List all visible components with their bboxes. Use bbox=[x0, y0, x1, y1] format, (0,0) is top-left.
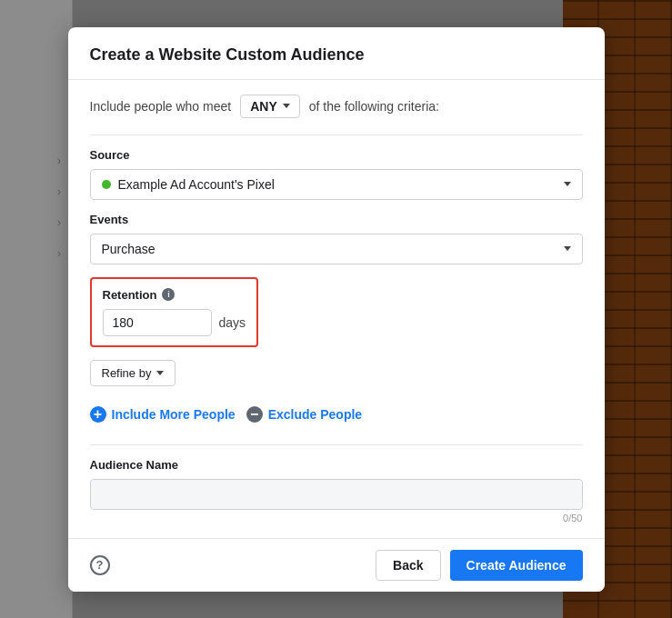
audience-name-input[interactable] bbox=[90, 479, 583, 510]
create-audience-button[interactable]: Create Audience bbox=[450, 550, 583, 581]
help-icon[interactable]: ? bbox=[90, 555, 110, 575]
divider-1 bbox=[90, 135, 583, 135]
retention-info-icon[interactable]: i bbox=[162, 288, 175, 301]
modal-title: Create a Website Custom Audience bbox=[90, 45, 583, 65]
retention-input[interactable] bbox=[103, 309, 212, 336]
modal-dialog: Create a Website Custom Audience Include… bbox=[68, 27, 605, 592]
events-chevron-icon bbox=[564, 246, 571, 251]
modal-body: Include people who meet ANY of the follo… bbox=[68, 80, 605, 538]
any-dropdown-button[interactable]: ANY bbox=[240, 95, 300, 118]
char-count: 0/50 bbox=[90, 513, 583, 523]
audience-name-label: Audience Name bbox=[90, 458, 583, 472]
audience-name-section: Audience Name 0/50 bbox=[90, 444, 583, 523]
include-plus-icon: + bbox=[90, 406, 106, 423]
source-value: Example Ad Account's Pixel bbox=[118, 177, 275, 192]
retention-section: Retention i days bbox=[90, 277, 259, 347]
refine-by-label: Refine by bbox=[102, 366, 152, 380]
include-criteria-suffix: of the following criteria: bbox=[309, 99, 439, 114]
events-label: Events bbox=[90, 213, 583, 226]
back-button[interactable]: Back bbox=[376, 550, 440, 581]
source-left: Example Ad Account's Pixel bbox=[102, 177, 275, 192]
include-criteria-row: Include people who meet ANY of the follo… bbox=[90, 95, 583, 118]
retention-label-row: Retention i bbox=[103, 288, 246, 302]
green-dot-icon bbox=[102, 180, 111, 189]
any-label: ANY bbox=[250, 99, 277, 114]
events-value: Purchase bbox=[102, 242, 155, 256]
exclude-people-button[interactable]: − Exclude People bbox=[246, 403, 362, 426]
source-label: Source bbox=[90, 148, 583, 162]
refine-chevron-icon bbox=[156, 371, 164, 375]
days-label: days bbox=[219, 315, 246, 330]
retention-label-text: Retention bbox=[103, 288, 157, 302]
include-more-people-button[interactable]: + Include More People bbox=[90, 403, 236, 426]
modal-footer: ? Back Create Audience bbox=[68, 538, 605, 592]
refine-row: Refine by bbox=[90, 360, 583, 386]
exclude-minus-icon: − bbox=[246, 406, 263, 423]
events-dropdown[interactable]: Purchase bbox=[90, 234, 583, 264]
action-buttons-row: + Include More People − Exclude People bbox=[90, 403, 583, 426]
refine-by-button[interactable]: Refine by bbox=[90, 360, 176, 386]
include-criteria-prefix: Include people who meet bbox=[90, 99, 232, 114]
retention-input-row: days bbox=[103, 309, 246, 336]
source-chevron-icon bbox=[564, 182, 571, 186]
source-dropdown[interactable]: Example Ad Account's Pixel bbox=[90, 169, 583, 200]
footer-buttons: Back Create Audience bbox=[376, 550, 582, 581]
include-more-people-label: Include More People bbox=[112, 407, 236, 422]
modal-header: Create a Website Custom Audience bbox=[68, 27, 605, 80]
chevron-down-icon bbox=[283, 104, 290, 108]
exclude-people-label: Exclude People bbox=[268, 407, 362, 422]
